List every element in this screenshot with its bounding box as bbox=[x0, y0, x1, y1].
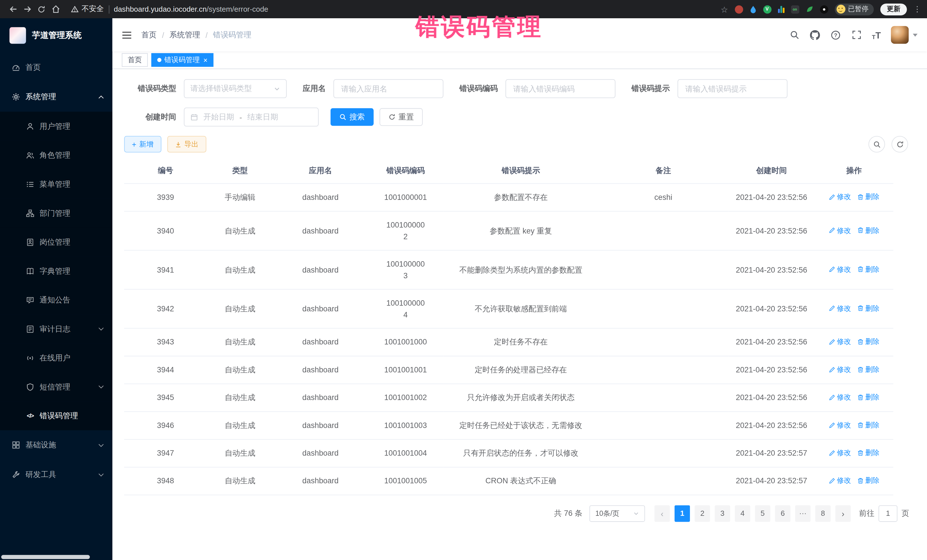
filter-row-2: 创建时间 开始日期 - 结束日期 搜索 重置 bbox=[124, 108, 915, 126]
page-button-3[interactable]: 3 bbox=[715, 505, 730, 522]
github-icon[interactable] bbox=[810, 30, 820, 40]
refresh-icon bbox=[389, 114, 396, 121]
delete-link[interactable]: 删除 bbox=[857, 336, 879, 347]
filter-row-1: 错误码类型 请选择错误码类型 应用名 错误码编码 bbox=[124, 79, 915, 98]
breadcrumb: 首页 / 系统管理 / 错误码管理 bbox=[141, 30, 251, 40]
edit-link[interactable]: 修改 bbox=[828, 336, 851, 347]
help-icon[interactable]: ? bbox=[831, 30, 841, 40]
page-button-6[interactable]: 6 bbox=[775, 505, 790, 522]
trash-icon bbox=[857, 394, 863, 400]
page-button-4[interactable]: 4 bbox=[735, 505, 750, 522]
page-button-2[interactable]: 2 bbox=[694, 505, 710, 522]
sidebar-item-users[interactable]: 用户管理 bbox=[0, 112, 112, 141]
delete-link[interactable]: 删除 bbox=[857, 225, 879, 235]
hamburger-icon[interactable] bbox=[122, 30, 132, 39]
delete-link[interactable]: 删除 bbox=[857, 392, 879, 402]
sidebar-item-audit-log[interactable]: 审计日志 bbox=[0, 314, 112, 344]
toggle-search-button[interactable] bbox=[869, 136, 885, 153]
error-msg-input[interactable] bbox=[678, 79, 787, 98]
edit-link[interactable]: 修改 bbox=[828, 364, 851, 375]
sidebar-item-home[interactable]: 首页 bbox=[0, 52, 112, 82]
edit-link[interactable]: 修改 bbox=[828, 303, 851, 313]
home-icon[interactable] bbox=[49, 2, 63, 16]
sidebar-scrollbar[interactable] bbox=[1, 555, 90, 559]
next-page-button[interactable]: › bbox=[836, 505, 851, 522]
sidebar-item-menus[interactable]: 菜单管理 bbox=[0, 170, 112, 199]
search-icon[interactable] bbox=[789, 30, 799, 40]
browser-update-button[interactable]: 更新 bbox=[880, 3, 907, 15]
extension-icon-drop[interactable] bbox=[749, 5, 757, 14]
extension-icon-leaf[interactable] bbox=[805, 5, 813, 13]
sidebar-item-error-code[interactable]: </> 错误码管理 bbox=[0, 401, 112, 430]
export-button[interactable]: 导出 bbox=[167, 136, 206, 153]
date-range-picker[interactable]: 开始日期 - 结束日期 bbox=[184, 108, 319, 126]
sidebar-item-online-users[interactable]: 在线用户 bbox=[0, 343, 112, 372]
page-button-8[interactable]: 8 bbox=[815, 505, 831, 522]
edit-link[interactable]: 修改 bbox=[828, 191, 851, 202]
error-type-label: 错误码类型 bbox=[124, 83, 176, 94]
trash-icon bbox=[857, 194, 863, 200]
extensions-pin-icon[interactable] bbox=[820, 5, 828, 14]
font-size-icon[interactable]: TT bbox=[872, 30, 881, 40]
sidebar-item-dictionary[interactable]: 字典管理 bbox=[0, 256, 112, 286]
delete-link[interactable]: 删除 bbox=[857, 364, 879, 375]
page-ellipsis-button[interactable]: ··· bbox=[795, 505, 811, 522]
error-code-input[interactable] bbox=[505, 79, 615, 98]
error-type-select[interactable]: 请选择错误码类型 bbox=[184, 79, 287, 98]
close-icon[interactable]: × bbox=[204, 56, 208, 64]
refresh-button[interactable] bbox=[892, 136, 908, 153]
goto-page-input[interactable] bbox=[878, 505, 897, 522]
tag-home[interactable]: 首页 bbox=[122, 53, 148, 67]
extension-icon-on[interactable]: on bbox=[791, 5, 799, 14]
announcement-icon bbox=[26, 296, 34, 304]
page-button-1[interactable]: 1 bbox=[675, 505, 690, 522]
sidebar-item-infrastructure[interactable]: 基础设施 bbox=[0, 430, 112, 460]
user-menu[interactable] bbox=[891, 26, 918, 44]
prev-page-button[interactable]: ‹ bbox=[654, 505, 670, 522]
forward-icon[interactable] bbox=[20, 2, 34, 16]
delete-link[interactable]: 删除 bbox=[857, 191, 879, 202]
delete-link[interactable]: 删除 bbox=[857, 264, 879, 274]
browser-menu-icon[interactable]: ⋮ bbox=[913, 5, 921, 14]
profile-chip[interactable]: 已暂停 bbox=[834, 3, 874, 15]
search-icon bbox=[873, 140, 880, 148]
sidebar-item-announcements[interactable]: 通知公告 bbox=[0, 285, 112, 314]
sidebar-item-roles[interactable]: 角色管理 bbox=[0, 141, 112, 170]
extension-icon-red[interactable] bbox=[734, 5, 743, 14]
edit-link[interactable]: 修改 bbox=[828, 392, 851, 402]
tag-error-code[interactable]: 错误码管理 × bbox=[152, 53, 214, 67]
search-button[interactable]: 搜索 bbox=[331, 108, 374, 126]
delete-link[interactable]: 删除 bbox=[857, 475, 879, 486]
extension-icon-bars[interactable] bbox=[778, 6, 784, 13]
create-time-label: 创建时间 bbox=[124, 112, 176, 122]
address-bar[interactable]: 不安全 dashboard.yudao.iocoder.cn/system/er… bbox=[71, 4, 268, 14]
delete-link[interactable]: 删除 bbox=[857, 420, 879, 430]
reset-button[interactable]: 重置 bbox=[380, 108, 423, 126]
fullscreen-icon[interactable] bbox=[851, 30, 862, 40]
page-button-5[interactable]: 5 bbox=[755, 505, 770, 522]
edit-link[interactable]: 修改 bbox=[828, 420, 851, 430]
pencil-icon bbox=[828, 305, 835, 312]
delete-link[interactable]: 删除 bbox=[857, 448, 879, 458]
sidebar-item-departments[interactable]: 部门管理 bbox=[0, 199, 112, 228]
edit-link[interactable]: 修改 bbox=[828, 225, 851, 235]
sidebar-item-posts[interactable]: 岗位管理 bbox=[0, 228, 112, 256]
sidebar-item-dev-tools[interactable]: 研发工具 bbox=[0, 460, 112, 490]
sidebar-item-sms[interactable]: 短信管理 bbox=[0, 372, 112, 401]
edit-link[interactable]: 修改 bbox=[828, 448, 851, 458]
edit-link[interactable]: 修改 bbox=[828, 475, 851, 486]
page-size-select[interactable]: 10条/页 bbox=[589, 505, 645, 522]
breadcrumb-system[interactable]: 系统管理 bbox=[169, 30, 200, 40]
sidebar-item-system[interactable]: 系统管理 bbox=[0, 82, 112, 112]
add-button[interactable]: + 新增 bbox=[124, 136, 161, 153]
delete-link[interactable]: 删除 bbox=[857, 303, 879, 313]
app-name-input[interactable] bbox=[333, 79, 444, 98]
edit-link[interactable]: 修改 bbox=[828, 264, 851, 274]
breadcrumb-home[interactable]: 首页 bbox=[141, 30, 157, 40]
reload-icon[interactable] bbox=[34, 2, 49, 16]
shield-icon bbox=[26, 382, 34, 391]
back-icon[interactable] bbox=[6, 2, 20, 16]
bookmark-star-icon[interactable]: ☆ bbox=[720, 5, 728, 14]
sidebar-logo[interactable]: 芋道管理系统 bbox=[0, 18, 112, 52]
extension-icon-green-v[interactable]: V bbox=[763, 5, 771, 14]
